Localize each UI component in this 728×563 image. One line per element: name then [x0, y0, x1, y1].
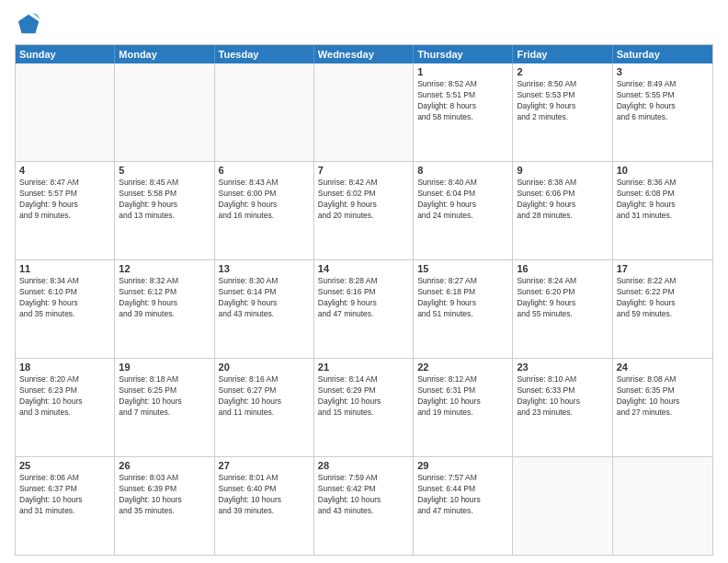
- calendar-week-5: 25Sunrise: 8:06 AM Sunset: 6:37 PM Dayli…: [16, 456, 712, 555]
- day-cell-17: 17Sunrise: 8:22 AM Sunset: 6:22 PM Dayli…: [613, 260, 712, 358]
- empty-cell: [613, 457, 712, 555]
- day-cell-16: 16Sunrise: 8:24 AM Sunset: 6:20 PM Dayli…: [513, 260, 612, 358]
- day-cell-6: 6Sunrise: 8:43 AM Sunset: 6:00 PM Daylig…: [215, 162, 314, 259]
- day-number: 21: [318, 362, 409, 373]
- day-number: 20: [219, 362, 310, 373]
- day-cell-11: 11Sunrise: 8:34 AM Sunset: 6:10 PM Dayli…: [16, 260, 115, 358]
- day-cell-14: 14Sunrise: 8:28 AM Sunset: 6:16 PM Dayli…: [314, 260, 414, 358]
- header-cell-thursday: Thursday: [414, 45, 513, 63]
- day-info: Sunrise: 8:47 AM Sunset: 5:57 PM Dayligh…: [19, 178, 110, 222]
- day-cell-8: 8Sunrise: 8:40 AM Sunset: 6:04 PM Daylig…: [414, 162, 513, 259]
- day-info: Sunrise: 8:18 AM Sunset: 6:25 PM Dayligh…: [119, 374, 210, 419]
- day-number: 14: [318, 263, 409, 274]
- day-number: 23: [517, 362, 608, 373]
- day-info: Sunrise: 8:42 AM Sunset: 6:02 PM Dayligh…: [318, 178, 409, 222]
- header-cell-wednesday: Wednesday: [314, 45, 414, 63]
- day-cell-13: 13Sunrise: 8:30 AM Sunset: 6:14 PM Dayli…: [215, 260, 314, 358]
- day-info: Sunrise: 8:49 AM Sunset: 5:55 PM Dayligh…: [617, 79, 709, 123]
- day-cell-1: 1Sunrise: 8:52 AM Sunset: 5:51 PM Daylig…: [414, 63, 513, 161]
- day-info: Sunrise: 8:01 AM Sunset: 6:40 PM Dayligh…: [219, 473, 310, 517]
- day-cell-27: 27Sunrise: 8:01 AM Sunset: 6:40 PM Dayli…: [215, 457, 314, 555]
- logo: [15, 15, 42, 37]
- day-number: 1: [417, 66, 508, 77]
- calendar-week-3: 11Sunrise: 8:34 AM Sunset: 6:10 PM Dayli…: [16, 259, 712, 358]
- day-cell-19: 19Sunrise: 8:18 AM Sunset: 6:25 PM Dayli…: [115, 359, 214, 456]
- day-info: Sunrise: 7:57 AM Sunset: 6:44 PM Dayligh…: [417, 473, 508, 517]
- header-cell-friday: Friday: [513, 45, 612, 63]
- svg-marker-0: [18, 15, 39, 34]
- day-info: Sunrise: 8:28 AM Sunset: 6:16 PM Dayligh…: [318, 276, 409, 320]
- day-info: Sunrise: 8:24 AM Sunset: 6:20 PM Dayligh…: [517, 276, 608, 320]
- day-cell-26: 26Sunrise: 8:03 AM Sunset: 6:39 PM Dayli…: [115, 457, 214, 555]
- calendar-body: 1Sunrise: 8:52 AM Sunset: 5:51 PM Daylig…: [16, 63, 712, 555]
- day-number: 16: [517, 263, 608, 274]
- header-cell-saturday: Saturday: [613, 45, 712, 63]
- calendar-week-4: 18Sunrise: 8:20 AM Sunset: 6:23 PM Dayli…: [16, 358, 712, 456]
- day-number: 19: [119, 362, 210, 373]
- empty-cell: [513, 457, 612, 555]
- day-number: 15: [417, 263, 508, 274]
- header-cell-monday: Monday: [115, 45, 214, 63]
- day-number: 3: [617, 66, 709, 77]
- day-cell-20: 20Sunrise: 8:16 AM Sunset: 6:27 PM Dayli…: [215, 359, 314, 456]
- day-cell-9: 9Sunrise: 8:38 AM Sunset: 6:06 PM Daylig…: [513, 162, 612, 259]
- day-info: Sunrise: 7:59 AM Sunset: 6:42 PM Dayligh…: [318, 473, 409, 517]
- calendar-header: SundayMondayTuesdayWednesdayThursdayFrid…: [16, 45, 712, 63]
- calendar-week-2: 4Sunrise: 8:47 AM Sunset: 5:57 PM Daylig…: [16, 161, 712, 259]
- calendar-week-1: 1Sunrise: 8:52 AM Sunset: 5:51 PM Daylig…: [16, 63, 712, 161]
- day-info: Sunrise: 8:34 AM Sunset: 6:10 PM Dayligh…: [19, 276, 110, 320]
- calendar: SundayMondayTuesdayWednesdayThursdayFrid…: [15, 44, 713, 556]
- day-cell-25: 25Sunrise: 8:06 AM Sunset: 6:37 PM Dayli…: [16, 457, 115, 555]
- day-cell-12: 12Sunrise: 8:32 AM Sunset: 6:12 PM Dayli…: [115, 260, 214, 358]
- calendar-page: SundayMondayTuesdayWednesdayThursdayFrid…: [0, 0, 728, 563]
- day-number: 18: [19, 362, 110, 373]
- day-number: 6: [219, 165, 310, 176]
- day-number: 29: [417, 460, 508, 471]
- day-info: Sunrise: 8:14 AM Sunset: 6:29 PM Dayligh…: [318, 374, 409, 419]
- day-number: 5: [119, 165, 210, 176]
- day-cell-23: 23Sunrise: 8:10 AM Sunset: 6:33 PM Dayli…: [513, 359, 612, 456]
- day-number: 22: [417, 362, 508, 373]
- day-info: Sunrise: 8:43 AM Sunset: 6:00 PM Dayligh…: [219, 178, 310, 222]
- day-number: 24: [617, 362, 709, 373]
- day-number: 26: [119, 460, 210, 471]
- day-info: Sunrise: 8:50 AM Sunset: 5:53 PM Dayligh…: [517, 79, 608, 123]
- day-info: Sunrise: 8:06 AM Sunset: 6:37 PM Dayligh…: [19, 473, 110, 517]
- day-number: 17: [617, 263, 709, 274]
- day-info: Sunrise: 8:27 AM Sunset: 6:18 PM Dayligh…: [417, 276, 508, 320]
- empty-cell: [115, 63, 214, 161]
- day-number: 2: [517, 66, 608, 77]
- day-number: 9: [517, 165, 608, 176]
- day-number: 28: [318, 460, 409, 471]
- empty-cell: [215, 63, 314, 161]
- day-number: 11: [19, 263, 110, 274]
- day-info: Sunrise: 8:40 AM Sunset: 6:04 PM Dayligh…: [417, 178, 508, 222]
- day-info: Sunrise: 8:16 AM Sunset: 6:27 PM Dayligh…: [219, 374, 310, 419]
- day-info: Sunrise: 8:45 AM Sunset: 5:58 PM Dayligh…: [119, 178, 210, 222]
- day-cell-24: 24Sunrise: 8:08 AM Sunset: 6:35 PM Dayli…: [613, 359, 712, 456]
- day-info: Sunrise: 8:22 AM Sunset: 6:22 PM Dayligh…: [617, 276, 709, 320]
- day-cell-15: 15Sunrise: 8:27 AM Sunset: 6:18 PM Dayli…: [414, 260, 513, 358]
- day-cell-7: 7Sunrise: 8:42 AM Sunset: 6:02 PM Daylig…: [314, 162, 414, 259]
- day-cell-2: 2Sunrise: 8:50 AM Sunset: 5:53 PM Daylig…: [513, 63, 612, 161]
- day-info: Sunrise: 8:08 AM Sunset: 6:35 PM Dayligh…: [617, 374, 709, 419]
- day-number: 13: [219, 263, 310, 274]
- header-cell-tuesday: Tuesday: [215, 45, 314, 63]
- day-info: Sunrise: 8:30 AM Sunset: 6:14 PM Dayligh…: [219, 276, 310, 320]
- day-number: 25: [19, 460, 110, 471]
- day-number: 10: [617, 165, 709, 176]
- day-number: 12: [119, 263, 210, 274]
- empty-cell: [314, 63, 414, 161]
- day-cell-22: 22Sunrise: 8:12 AM Sunset: 6:31 PM Dayli…: [414, 359, 513, 456]
- page-header: [15, 11, 713, 37]
- day-cell-4: 4Sunrise: 8:47 AM Sunset: 5:57 PM Daylig…: [16, 162, 115, 259]
- day-cell-29: 29Sunrise: 7:57 AM Sunset: 6:44 PM Dayli…: [414, 457, 513, 555]
- day-cell-3: 3Sunrise: 8:49 AM Sunset: 5:55 PM Daylig…: [613, 63, 712, 161]
- day-number: 4: [19, 165, 110, 176]
- day-info: Sunrise: 8:03 AM Sunset: 6:39 PM Dayligh…: [119, 473, 210, 517]
- day-info: Sunrise: 8:12 AM Sunset: 6:31 PM Dayligh…: [417, 374, 508, 419]
- empty-cell: [16, 63, 115, 161]
- day-info: Sunrise: 8:36 AM Sunset: 6:08 PM Dayligh…: [617, 178, 709, 222]
- day-number: 7: [318, 165, 409, 176]
- day-info: Sunrise: 8:38 AM Sunset: 6:06 PM Dayligh…: [517, 178, 608, 222]
